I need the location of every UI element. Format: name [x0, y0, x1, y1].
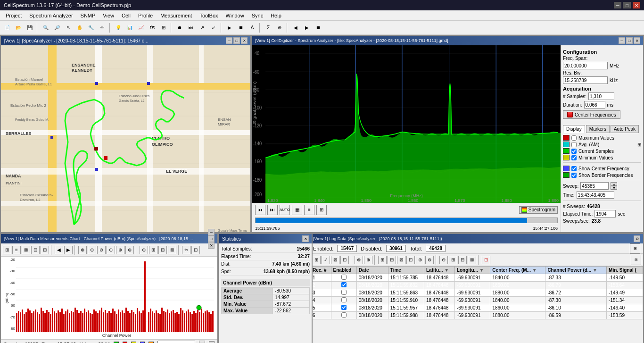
map-close-button[interactable]: ✕ [241, 37, 248, 44]
sweep-spin-down[interactable]: ▼ [611, 186, 617, 190]
samples-input[interactable] [588, 92, 614, 100]
menu-spectrum-analyzer[interactable]: Spectrum Analyzer [25, 12, 76, 19]
log-btn-7[interactable]: ⊞ [378, 256, 387, 264]
col-min[interactable]: Min. Signal ( [607, 267, 643, 274]
log-expand-btn[interactable]: ⊞ [631, 255, 641, 265]
duration-input[interactable] [584, 101, 605, 109]
toolbar-extra[interactable]: ⊕ [274, 23, 285, 33]
col-time[interactable]: Time [388, 267, 424, 274]
spectrogram-button[interactable]: Spectrogram [519, 206, 558, 214]
map-minimize-button[interactable]: ─ [226, 37, 232, 44]
md-btn-fwd[interactable]: ▶ [64, 246, 73, 254]
center-frequencies-button[interactable]: Center Frequencies [563, 110, 620, 119]
elapsed-input[interactable] [594, 210, 616, 218]
md-btn-7[interactable]: ⊖ [88, 246, 96, 254]
channel-power-dropdown[interactable]: Channel Power [157, 341, 195, 343]
expand-icon[interactable]: ⊞ [209, 341, 215, 343]
logdata-settings-button[interactable]: ⚙ [634, 235, 640, 242]
col-lon[interactable]: Longitu... ▼ [454, 267, 490, 274]
log-btn-15[interactable]: ⊟ [458, 256, 467, 264]
tab-display[interactable]: Display [563, 125, 585, 133]
toolbar-pan[interactable]: ✋ [74, 23, 85, 33]
log-btn-9[interactable]: ⊠ [397, 256, 405, 264]
toolbar-sigma[interactable]: Σ [263, 23, 273, 33]
spectrum-maximize-button[interactable]: □ [626, 37, 633, 44]
toolbar-zoom-in[interactable]: 🔍 [41, 23, 51, 33]
col-freq[interactable]: Center Freq. (M... ▼ [490, 267, 545, 274]
md-btn-12[interactable]: ⊝ [140, 246, 148, 254]
md-btn-14[interactable]: ⊟ [158, 246, 167, 254]
toolbar-stop2[interactable]: ⏹ [313, 23, 323, 33]
legend-max-checkbox[interactable] [571, 135, 577, 141]
log-btn-13[interactable]: ⊝ [439, 256, 448, 264]
menu-profile[interactable]: Profile [134, 12, 157, 19]
log-btn-12[interactable]: ⊜ [425, 256, 434, 264]
menu-view[interactable]: View [99, 12, 118, 19]
toolbar-pencil[interactable]: ✏ [97, 23, 107, 33]
col-lat[interactable]: Latitu... ▼ [424, 267, 455, 274]
col-enabled[interactable]: Enabled [331, 267, 356, 274]
log-btn-6[interactable]: ⊕ [364, 256, 372, 264]
cell-enabled-6[interactable] [331, 312, 356, 319]
time-scrollbar[interactable] [255, 218, 558, 223]
time-ctrl-input[interactable] [577, 191, 614, 199]
md-btn-4[interactable]: ⊡ [31, 246, 40, 254]
md-btn-3[interactable]: ⊠ [22, 246, 30, 254]
spec-btn-4[interactable]: ≡ [304, 205, 314, 215]
toolbar-rec2[interactable]: ⏭ [186, 23, 196, 33]
spec-btn-auto[interactable]: AUTO [280, 205, 290, 215]
menu-cell[interactable]: Cell [118, 12, 134, 19]
toolbar-map[interactable]: 🗺 [147, 23, 157, 33]
md-btn-9[interactable]: ⊙ [107, 246, 115, 254]
menu-sync[interactable]: Sync [248, 12, 267, 19]
toolbar-wrench[interactable]: 🔧 [86, 23, 96, 33]
legend-avg-checkbox[interactable] [571, 142, 577, 147]
md-btn-16[interactable]: % [182, 246, 190, 254]
toolbar-open[interactable]: 📂 [13, 23, 24, 33]
close-app-button[interactable]: ✕ [633, 2, 640, 8]
maximize-app-button[interactable]: □ [623, 2, 631, 8]
md-btn-2[interactable]: ≡ [12, 246, 21, 254]
log-filter-button[interactable]: ⊡ [482, 256, 490, 264]
spec-btn-5[interactable]: ⊞ [316, 205, 327, 215]
cell-enabled-3[interactable] [331, 289, 356, 297]
md-btn-1[interactable]: ⊞ [3, 246, 11, 254]
md-btn-back[interactable]: ◀ [55, 246, 63, 254]
toolbar-stop[interactable]: ⏹ [236, 23, 246, 33]
tab-auto-peak[interactable]: Auto Peak [611, 125, 639, 133]
log-btn-4[interactable]: ⊡ [340, 256, 349, 264]
cell-enabled-5[interactable] [331, 304, 356, 312]
multidata-minimize-button[interactable]: ─ [208, 229, 215, 235]
log-btn-3[interactable]: ⊠ [331, 256, 339, 264]
stats-close-button[interactable]: ✕ [302, 235, 309, 242]
menu-snmp[interactable]: SNMP [77, 12, 99, 19]
map-maximize-button[interactable]: □ [233, 37, 240, 44]
md-btn-17[interactable]: ⊡ [191, 246, 200, 254]
sweep-spin-up[interactable]: ▲ [611, 182, 617, 186]
menu-measurement[interactable]: Measurement [157, 12, 196, 19]
toolbar-layers[interactable]: ⊞ [158, 23, 169, 33]
log-btn-8[interactable]: ⊟ [388, 256, 396, 264]
logdata-table-container[interactable]: Rec. # Enabled Date Time Latitu... ▼ Lon… [310, 266, 643, 343]
res-bw-input[interactable] [563, 76, 608, 84]
toolbar-save[interactable]: 💾 [25, 23, 35, 33]
log-btn-14[interactable]: ⊞ [449, 256, 457, 264]
toolbar-play[interactable]: ▶ [224, 23, 235, 33]
show-center-freq-checkbox[interactable] [571, 166, 577, 171]
cell-enabled-4[interactable] [331, 297, 356, 304]
col-rec[interactable]: Rec. # [311, 267, 331, 274]
spec-btn-1[interactable]: ⏮ [255, 205, 265, 215]
toolbar-lightbulb[interactable]: 💡 [113, 23, 124, 33]
map-content[interactable]: Estación Manuel Arturo Peña Batlle, L1 E… [1, 45, 250, 232]
md-btn-5[interactable]: ⊟ [41, 246, 49, 254]
legend-min-checkbox[interactable] [571, 155, 577, 160]
cell-enabled-2[interactable] [331, 282, 356, 289]
md-btn-10[interactable]: ⊛ [116, 246, 124, 254]
multidata-close-button[interactable]: ✕ [208, 242, 215, 249]
md-btn-6[interactable]: ⊕ [78, 246, 87, 254]
log-btn-16[interactable]: ⊠ [468, 256, 476, 264]
toolbar-chart2[interactable]: 📈 [136, 23, 146, 33]
toolbar-import[interactable]: ↙ [208, 23, 219, 33]
md-btn-15[interactable]: ⊠ [168, 246, 176, 254]
log-btn-10[interactable]: ⊡ [406, 256, 415, 264]
